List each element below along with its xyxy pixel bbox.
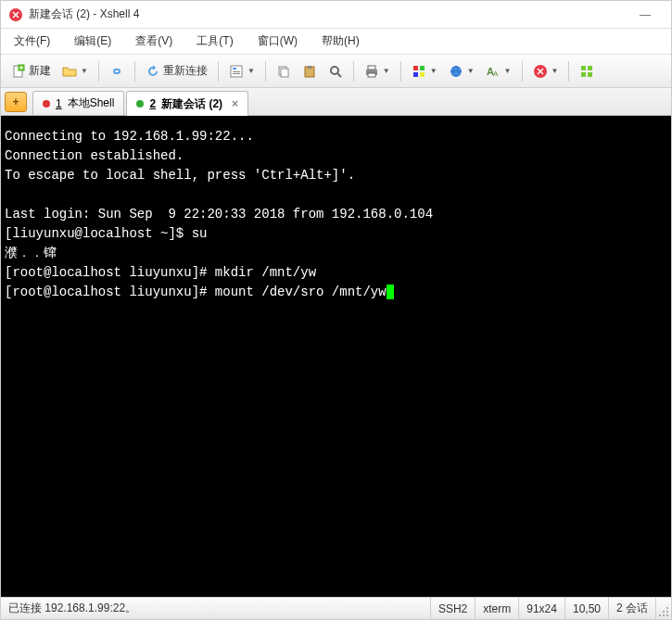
window-title: 新建会话 (2) - Xshell 4 — [29, 6, 627, 22]
minimize-button[interactable]: — — [627, 4, 664, 26]
svg-rect-10 — [308, 66, 311, 69]
terminal-line: Connecting to 192.168.1.99:22... — [5, 129, 254, 144]
status-protocol: SSH2 — [431, 598, 475, 619]
menu-tools[interactable]: 工具(T) — [193, 32, 236, 51]
svg-rect-16 — [420, 66, 425, 70]
reconnect-label: 重新连接 — [163, 63, 208, 79]
svg-rect-25 — [581, 72, 586, 77]
terminal-cursor — [387, 285, 394, 299]
svg-point-30 — [659, 614, 661, 616]
svg-point-29 — [666, 611, 668, 613]
menubar: 文件(F) 编辑(E) 查看(V) 工具(T) 窗口(W) 帮助(H) — [1, 29, 671, 55]
properties-button[interactable]: ▼ — [224, 59, 260, 83]
color-button[interactable]: ▼ — [407, 59, 442, 83]
find-button[interactable] — [323, 59, 348, 83]
chevron-down-icon: ▼ — [467, 67, 475, 75]
menu-file[interactable]: 文件(F) — [10, 32, 54, 51]
new-icon — [11, 64, 26, 79]
grip-icon — [658, 606, 669, 617]
status-cursor-pos: 10,50 — [565, 598, 609, 619]
copy-icon — [276, 64, 291, 79]
svg-rect-14 — [368, 73, 375, 77]
terminal[interactable]: Connecting to 192.168.1.99:22... Connect… — [1, 116, 671, 597]
svg-rect-26 — [588, 72, 592, 77]
tile-icon — [579, 64, 594, 79]
new-label: 新建 — [29, 63, 51, 79]
status-term-type: xterm — [475, 598, 519, 619]
terminal-line: Connection established. — [5, 148, 184, 163]
tab-label: 新建会话 (2) — [161, 96, 222, 112]
open-button[interactable]: ▼ — [57, 59, 93, 83]
refresh-icon — [146, 64, 160, 79]
app-icon — [8, 7, 23, 22]
chevron-down-icon: ▼ — [504, 67, 512, 75]
status-dot-icon — [136, 100, 144, 108]
svg-rect-5 — [233, 71, 240, 72]
paste-icon — [302, 64, 317, 79]
chevron-down-icon: ▼ — [430, 67, 437, 75]
search-icon — [328, 64, 343, 79]
status-connection: 已连接 192.168.1.99:22。 — [1, 598, 431, 619]
tabbar: + 1 本地Shell 2 新建会话 (2) × — [1, 88, 671, 116]
svg-text:A: A — [493, 70, 499, 78]
connect-button[interactable] — [105, 59, 129, 83]
chevron-down-icon: ▼ — [81, 67, 88, 75]
tile-button[interactable] — [575, 59, 599, 83]
statusbar: 已连接 192.168.1.99:22。 SSH2 xterm 91x24 10… — [1, 597, 671, 619]
resize-grip[interactable] — [656, 598, 671, 619]
tab-number: 1 — [56, 97, 62, 110]
tab-session-2[interactable]: 2 新建会话 (2) × — [126, 91, 248, 116]
menu-view[interactable]: 查看(V) — [132, 32, 176, 51]
svg-rect-8 — [281, 69, 288, 77]
separator — [353, 61, 354, 82]
toolbar: 新建 ▼ 重新连接 ▼ ▼ ▼ ▼ AA ▼ — [1, 55, 671, 88]
menu-window[interactable]: 窗口(W) — [254, 32, 301, 51]
xshell-button[interactable]: ▼ — [528, 59, 564, 83]
separator — [218, 61, 219, 82]
svg-rect-6 — [233, 73, 240, 74]
svg-point-11 — [331, 67, 338, 74]
terminal-line: Last login: Sun Sep 9 22:20:33 2018 from… — [5, 207, 433, 221]
link-icon — [109, 64, 124, 79]
terminal-line: 濮．．镩 — [5, 246, 57, 260]
xshell-icon — [533, 64, 548, 79]
globe-button[interactable]: ▼ — [444, 59, 479, 83]
svg-rect-24 — [588, 66, 592, 70]
separator — [568, 61, 569, 82]
tab-local-shell[interactable]: 1 本地Shell — [32, 91, 124, 115]
menu-edit[interactable]: 编辑(E) — [70, 32, 115, 51]
svg-rect-17 — [413, 72, 418, 77]
terminal-line: [root@localhost liuyunxu]# mount /dev/sr… — [5, 285, 387, 299]
printer-icon — [364, 64, 379, 79]
status-dot-icon — [43, 100, 50, 108]
svg-rect-12 — [368, 66, 375, 70]
svg-rect-18 — [420, 72, 425, 77]
folder-open-icon — [62, 64, 77, 79]
add-tab-button[interactable]: + — [5, 92, 27, 112]
terminal-line: [liuyunxu@localhost ~]$ su — [5, 226, 207, 241]
print-button[interactable]: ▼ — [360, 59, 395, 83]
svg-rect-4 — [233, 68, 236, 70]
separator — [98, 61, 99, 82]
svg-point-27 — [666, 607, 668, 609]
separator — [522, 61, 523, 82]
tab-label: 本地Shell — [68, 95, 115, 111]
new-button[interactable]: 新建 — [6, 59, 56, 83]
font-icon: AA — [486, 64, 501, 79]
close-tab-button[interactable]: × — [232, 97, 238, 110]
font-button[interactable]: AA ▼ — [481, 59, 516, 83]
reconnect-button[interactable]: 重新连接 — [141, 59, 212, 83]
color-icon — [412, 64, 426, 79]
chevron-down-icon: ▼ — [552, 67, 559, 75]
chevron-down-icon: ▼ — [383, 67, 390, 75]
menu-help[interactable]: 帮助(H) — [318, 32, 363, 51]
separator — [400, 61, 401, 82]
tab-number: 2 — [149, 97, 156, 110]
copy-button[interactable] — [272, 59, 296, 83]
status-sessions: 2 会话 — [609, 598, 656, 619]
separator — [265, 61, 266, 82]
globe-icon — [449, 64, 463, 79]
svg-point-28 — [663, 611, 665, 613]
paste-button[interactable] — [298, 59, 322, 83]
svg-point-32 — [666, 614, 668, 616]
